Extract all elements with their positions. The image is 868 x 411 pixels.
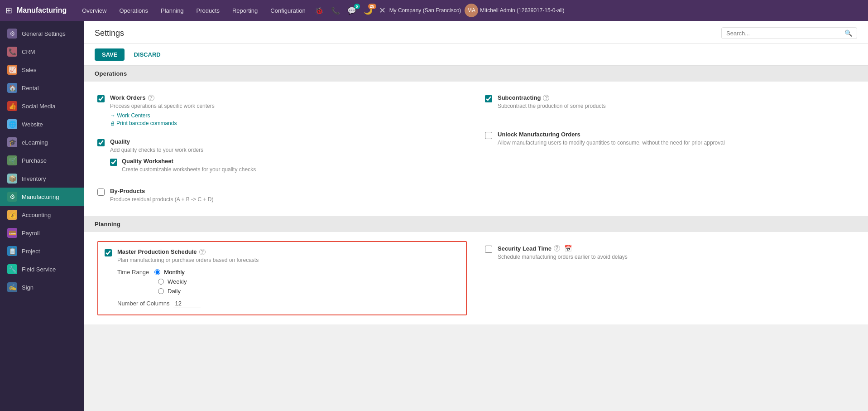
sidebar-item-elearning[interactable]: 🎓 eLearning: [0, 133, 84, 151]
sidebar-label-manufacturing: Manufacturing: [22, 193, 59, 200]
master-production-checkbox[interactable]: [105, 249, 112, 256]
subcontracting-desc: Subcontract the production of some produ…: [498, 102, 854, 110]
quality-worksheet-checkbox[interactable]: [110, 159, 117, 166]
sidebar-label-payroll: Payroll: [22, 230, 40, 237]
sidebar-item-social-media[interactable]: 👍 Social Media: [0, 97, 84, 115]
discard-button[interactable]: DISCARD: [129, 48, 165, 61]
top-right-area: 🐞 📞 💬 5 🌙 25 ✕ My Company (San Francisco…: [312, 4, 565, 17]
num-columns-input[interactable]: [173, 299, 201, 308]
bug-icon[interactable]: 🐞: [312, 5, 326, 17]
print-barcode-link[interactable]: Print barcode commands: [110, 120, 467, 126]
toolbar: SAVE DISCARD: [84, 44, 868, 66]
sidebar-label-project: Project: [22, 248, 40, 255]
sidebar-item-rental[interactable]: 🏠 Rental: [0, 79, 84, 97]
sidebar-item-website[interactable]: 🌐 Website: [0, 115, 84, 133]
unlock-manufacturing-label: Unlock Manufacturing Orders: [498, 131, 854, 138]
security-lead-time-help-icon[interactable]: ?: [554, 245, 560, 251]
quality-worksheet-info: Quality Worksheet Create customizable wo…: [122, 158, 467, 174]
sidebar-item-purchase[interactable]: 🛒 Purchase: [0, 151, 84, 169]
chat-badge: 5: [354, 4, 360, 9]
unlock-manufacturing-desc: Allow manufacturing users to modify quan…: [498, 139, 854, 147]
phone-icon[interactable]: 📞: [328, 5, 343, 17]
operations-section-body: Work Orders ? Process operations at spec…: [84, 82, 868, 216]
sidebar-item-project[interactable]: 📋 Project: [0, 242, 84, 260]
nav-products[interactable]: Products: [190, 0, 226, 21]
svg-text:MA: MA: [467, 7, 475, 14]
subcontracting-setting: Subcontracting ? Subcontract the product…: [485, 91, 854, 114]
avatar[interactable]: MA: [465, 4, 478, 17]
work-centers-link[interactable]: Work Centers: [110, 112, 467, 119]
payroll-icon: 💳: [7, 228, 17, 238]
quality-worksheet-label: Quality Worksheet: [122, 158, 467, 164]
quality-desc: Add quality checks to your work orders: [110, 146, 467, 154]
sidebar-label-social: Social Media: [22, 103, 55, 110]
accounting-icon: 💰: [7, 210, 17, 220]
planning-section-header: Planning: [84, 216, 868, 232]
monthly-label: Monthly: [164, 269, 185, 276]
close-icon[interactable]: ✕: [377, 5, 388, 15]
num-columns-row: Number of Columns: [117, 299, 460, 308]
nav-overview[interactable]: Overview: [76, 0, 113, 21]
chat-icon[interactable]: 💬 5: [345, 5, 359, 17]
security-lead-time-info: Security Lead Time ? 📅 Schedule manufact…: [498, 245, 854, 261]
weekly-label: Weekly: [168, 278, 187, 285]
nav-reporting[interactable]: Reporting: [226, 0, 264, 21]
subcontracting-help-icon[interactable]: ?: [543, 95, 549, 101]
by-products-setting: By-Products Produce residual products (A…: [97, 184, 467, 207]
planning-section-body: Master Production Schedule ? Plan manufa…: [84, 232, 868, 324]
unlock-manufacturing-checkbox[interactable]: [485, 132, 492, 139]
master-production-desc: Plan manufacturing or purchase orders ba…: [117, 256, 460, 264]
master-production-help-icon[interactable]: ?: [199, 249, 206, 255]
sidebar-item-manufacturing[interactable]: ⚙ Manufacturing: [0, 188, 84, 206]
operations-grid: Work Orders ? Process operations at spec…: [97, 91, 854, 207]
by-products-checkbox[interactable]: [97, 189, 105, 196]
purchase-icon: 🛒: [7, 155, 17, 165]
planning-section: Planning Master Production Schedule ?: [84, 216, 868, 324]
security-lead-time-label: Security Lead Time ? 📅: [498, 245, 854, 252]
calendar-icon[interactable]: 🌙 25: [361, 5, 375, 17]
work-orders-help-icon[interactable]: ?: [148, 95, 154, 101]
work-orders-column: Work Orders ? Process operations at spec…: [97, 91, 467, 207]
monthly-radio[interactable]: [154, 269, 160, 275]
work-orders-label: Work Orders ?: [110, 94, 467, 101]
daily-radio[interactable]: [158, 288, 164, 294]
sidebar-item-crm[interactable]: 📞 CRM: [0, 43, 84, 61]
sidebar-item-sales[interactable]: 📈 Sales: [0, 61, 84, 79]
inventory-icon: 📦: [7, 174, 17, 184]
subcontracting-info: Subcontracting ? Subcontract the product…: [498, 94, 854, 110]
sidebar-item-accounting[interactable]: 💰 Accounting: [0, 206, 84, 224]
user-name: Mitchell Admin (12639017-15-0-all): [480, 7, 564, 14]
nav-planning[interactable]: Planning: [154, 0, 190, 21]
sidebar-label-purchase: Purchase: [22, 157, 47, 164]
sidebar-item-sign[interactable]: ✍ Sign: [0, 278, 84, 296]
subcontracting-checkbox[interactable]: [485, 95, 492, 102]
elearning-icon: 🎓: [7, 137, 17, 147]
weekly-radio[interactable]: [158, 279, 164, 285]
quality-worksheet-setting: Quality Worksheet Create customizable wo…: [110, 158, 467, 174]
sidebar-label-crm: CRM: [22, 48, 35, 55]
sidebar-item-general-settings[interactable]: ⚙ General Settings: [0, 24, 84, 43]
operations-right-column: Subcontracting ? Subcontract the product…: [485, 91, 854, 207]
daily-row: Daily: [158, 288, 460, 295]
unlock-manufacturing-setting: Unlock Manufacturing Orders Allow manufa…: [485, 127, 854, 150]
search-input[interactable]: [726, 30, 844, 37]
num-columns-label: Number of Columns: [117, 300, 170, 307]
sidebar-item-inventory[interactable]: 📦 Inventory: [0, 169, 84, 188]
security-lead-time-checkbox[interactable]: [485, 246, 492, 253]
quality-checkbox[interactable]: [97, 139, 105, 146]
settings-content: Operations Work Orders ?: [84, 66, 868, 324]
work-orders-setting: Work Orders ? Process operations at spec…: [97, 91, 467, 130]
fieldservice-icon: 🔧: [7, 264, 17, 274]
work-orders-checkbox[interactable]: [97, 95, 105, 102]
sidebar-item-field-service[interactable]: 🔧 Field Service: [0, 260, 84, 278]
grid-icon[interactable]: ⊞: [5, 5, 12, 15]
sidebar-item-payroll[interactable]: 💳 Payroll: [0, 224, 84, 242]
save-button[interactable]: SAVE: [95, 48, 125, 61]
manufacturing-icon: ⚙: [7, 192, 17, 202]
sales-icon: 📈: [7, 65, 17, 75]
time-range-group: Time Range Monthly Weekly: [117, 269, 460, 295]
page-title: Settings: [95, 29, 721, 38]
nav-configuration[interactable]: Configuration: [264, 0, 312, 21]
top-nav: ⊞ Manufacturing Overview Operations Plan…: [0, 0, 868, 21]
nav-operations[interactable]: Operations: [113, 0, 154, 21]
